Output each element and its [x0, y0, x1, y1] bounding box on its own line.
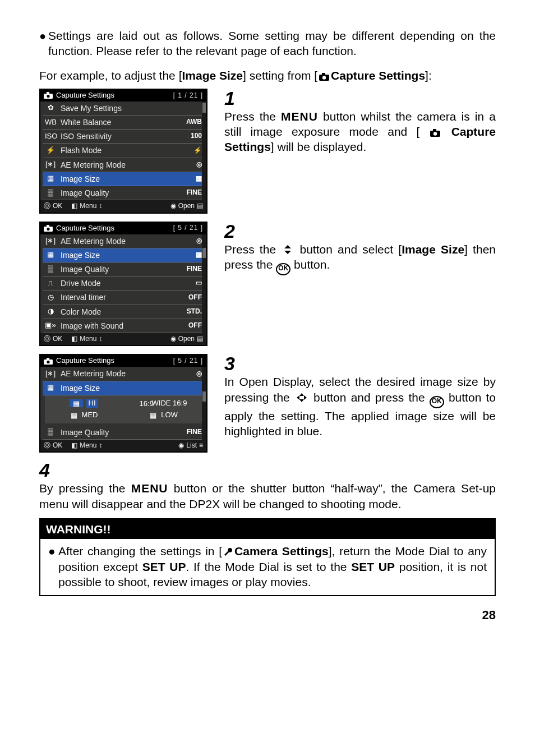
step-1-text: Press the MENU button whilst the camera … [224, 109, 496, 155]
iso-icon: ISO [45, 132, 56, 141]
menu-item[interactable]: ◷Interval timerOFF [43, 291, 204, 305]
option-hi[interactable]: ▦HI [46, 399, 121, 408]
txt: Press the [224, 243, 281, 256]
submenu: ▦HI 16:9WIDE 16:9 ▦MED ▦LOW [45, 395, 202, 423]
open-label: Open [178, 335, 195, 344]
menu-item-selected[interactable]: ▦Image Size▦ [43, 172, 204, 186]
menu-item-selected[interactable]: ▦Image Size▦ [43, 248, 204, 262]
color-icon: ◑ [45, 307, 56, 316]
svg-rect-7 [433, 129, 436, 131]
menu-item[interactable]: [∗]AE Metering Mode◎ [43, 367, 204, 381]
label: AE Metering Mode [61, 160, 126, 170]
capture-settings-bold: Capture Settings [331, 69, 425, 82]
label: Image Quality [61, 264, 109, 274]
label: Image Quality [61, 188, 109, 198]
scroll-thumb[interactable] [202, 103, 206, 113]
menu-item-selected[interactable]: ▦Image Size [43, 381, 204, 395]
value: ◎ [182, 370, 202, 379]
opt-label: HI [86, 399, 98, 408]
txt: button. [290, 258, 330, 271]
screen-footer: ⓄOK ◧Menu↕ ◉Open▤ [40, 333, 206, 345]
menu-label: Menu [80, 202, 96, 211]
menu-item[interactable]: [∗]AE Metering Mode◎ [43, 158, 204, 172]
step-number-1: 1 [224, 89, 496, 108]
camera-icon [44, 92, 53, 99]
list-icon: ≡ [199, 441, 203, 450]
ok-label: OK [53, 202, 62, 211]
menu-item[interactable]: ⎍Drive Mode▭ [43, 276, 204, 291]
txt: By pressing the [39, 482, 131, 495]
menu-item[interactable]: ▣»Image with SoundOFF [43, 319, 204, 333]
txt: ] will be displayed. [271, 140, 366, 153]
scroll-thumb[interactable] [202, 248, 206, 258]
menu-item[interactable]: ✿Save My Settings [43, 102, 204, 116]
menu-item[interactable]: ◑Color ModeSTD. [43, 305, 204, 319]
quality-icon: ▒ [45, 188, 56, 198]
scrollbar[interactable] [202, 102, 206, 200]
option-low[interactable]: ▦LOW [126, 411, 201, 420]
label: Save My Settings [61, 103, 122, 113]
menu-item[interactable]: ISOISO Sensitivity100 [43, 130, 204, 144]
scrollbar[interactable] [202, 234, 206, 333]
label: ISO Sensitivity [61, 131, 112, 141]
step-number-3: 3 [224, 354, 496, 373]
step-2-text: Press the button and select [Image Size]… [224, 242, 496, 275]
disp-icon: ◉ [170, 202, 176, 211]
value: AWB [182, 118, 202, 127]
bars-icon: ▤ [197, 202, 203, 211]
menu-item[interactable]: WBWhite BalanceAWB [43, 116, 204, 130]
menu-item[interactable]: ▒Image QualityFINE [43, 186, 204, 200]
ae-icon: [∗] [45, 160, 56, 169]
ok-icon: Ⓞ [44, 335, 50, 344]
value: ⚡ [182, 146, 202, 155]
scroll-thumb[interactable] [202, 391, 206, 402]
scrollbar[interactable] [202, 367, 206, 439]
label: Color Mode [61, 307, 101, 317]
ae-icon: [∗] [45, 236, 56, 246]
label: AE Metering Mode [61, 236, 126, 246]
screen-footer: ⓄOK ◧Menu↕ ◉Open▤ [40, 200, 206, 213]
option-wide[interactable]: 16:9WIDE 16:9 [126, 399, 201, 408]
value: FINE [182, 188, 202, 197]
value: FINE [182, 428, 202, 437]
camera-settings-bold: Camera Settings [234, 545, 329, 557]
txt: . If the Mode Dial is set to the [186, 560, 351, 573]
warning-title: WARNING!! [40, 519, 495, 539]
intro-text: Settings are laid out as follows. Some s… [48, 28, 496, 59]
wb-icon: WB [45, 118, 56, 127]
txt: After changing the settings in [ [58, 545, 222, 557]
step-1: Caputure Settings [ 1 / 21 ] ✿Save My Se… [39, 89, 496, 214]
step-number-2: 2 [224, 222, 496, 241]
ok-button-icon: OK [430, 396, 444, 408]
menu-item[interactable]: [∗]AE Metering Mode◎ [43, 234, 204, 248]
menu-icon: ◧ [71, 335, 77, 344]
drive-icon: ⎍ [45, 279, 56, 288]
disp-icon: ◉ [178, 441, 184, 450]
camera-icon [430, 128, 441, 137]
bullet-dot: ● [48, 543, 58, 589]
page-indicator: [ 5 / 21 ] [173, 224, 203, 233]
sound-icon: ▣» [45, 321, 56, 330]
menu-item[interactable]: ▒Image QualityFINE [43, 262, 204, 276]
option-med[interactable]: ▦MED [46, 411, 121, 420]
menu-item[interactable]: ⚡Flash Mode⚡ [43, 144, 204, 158]
label: Image Size [61, 383, 100, 393]
setup-bold: SET UP [351, 560, 395, 573]
label: Image with Sound [61, 321, 123, 331]
menu-item[interactable]: ▒Image QualityFINE [43, 426, 204, 440]
save-icon: ✿ [45, 103, 56, 113]
four-way-arrows-icon [296, 392, 308, 403]
svg-rect-10 [47, 225, 49, 227]
ok-icon: Ⓞ [44, 202, 50, 211]
list-label: List [186, 441, 197, 450]
step-4: 4 By pressing the MENU button or the shu… [39, 460, 496, 511]
warning-box: WARNING!! ● After changing the settings … [39, 518, 496, 596]
value: 100 [182, 132, 202, 141]
grid-icon: ▦ [45, 383, 56, 393]
value: OFF [182, 321, 202, 330]
svg-rect-4 [47, 92, 49, 94]
screen-title: Caputure Settings [56, 356, 114, 366]
ok-label: OK [53, 335, 62, 344]
step-2: Caputure Settings [ 5 / 21 ] [∗]AE Meter… [39, 222, 496, 347]
value: ▦ [182, 251, 202, 260]
